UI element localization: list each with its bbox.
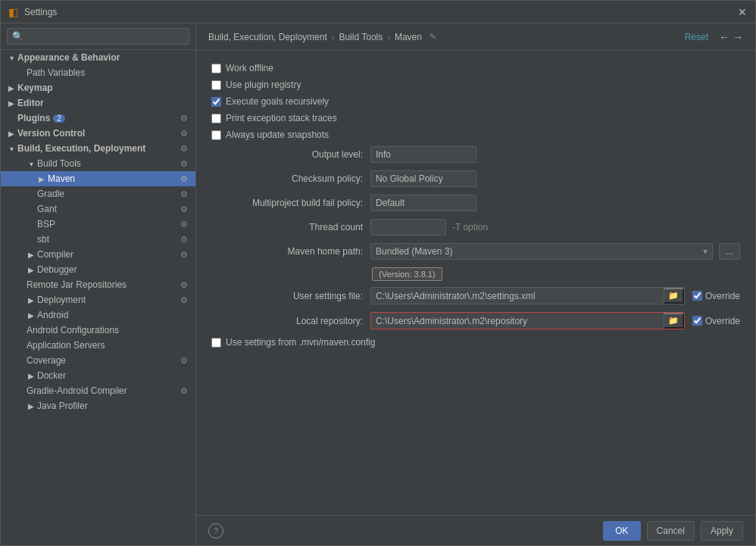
sidebar-label-appearance: Appearance & Behavior <box>17 52 120 63</box>
user-settings-override-checkbox[interactable] <box>692 291 702 301</box>
user-settings-input[interactable] <box>371 289 664 304</box>
help-button[interactable]: ? <box>208 523 223 538</box>
sidebar-item-coverage[interactable]: Coverage ⚙ <box>1 353 195 368</box>
apply-button[interactable]: Apply <box>701 521 743 541</box>
gear-icon-version-control[interactable]: ⚙ <box>179 128 189 139</box>
checksum-policy-row: Checksum policy: No Global Policy Warn F… <box>211 170 740 187</box>
sidebar-item-bsp[interactable]: BSP ⚙ <box>1 217 195 232</box>
sidebar-label-keymap: Keymap <box>17 83 53 93</box>
reset-button[interactable]: Reset <box>685 32 708 42</box>
sidebar-item-debugger[interactable]: ▶ Debugger <box>1 262 195 277</box>
expand-arrow-editor: ▶ <box>7 98 16 108</box>
gear-icon-gant[interactable]: ⚙ <box>179 204 189 214</box>
sidebar-label-plugins: Plugins <box>17 113 50 123</box>
expand-arrow-android: ▶ <box>27 310 36 320</box>
local-repo-control: 📁 Override <box>370 312 740 329</box>
gear-icon-deployment[interactable]: ⚙ <box>179 295 189 305</box>
settings-content: Work offline Use plugin registry Execute… <box>196 51 755 515</box>
close-button[interactable]: ✕ <box>737 7 748 17</box>
sidebar-item-build-exec-deploy[interactable]: ▾ Build, Execution, Deployment ⚙ <box>1 141 195 156</box>
checksum-policy-select[interactable]: No Global Policy Warn Fail <box>370 170 476 187</box>
use-plugin-registry-checkbox[interactable] <box>211 80 221 90</box>
checkbox-use-settings-mvn: Use settings from .mvn/maven.config <box>211 337 740 348</box>
sidebar-item-plugins[interactable]: Plugins 2 ⚙ <box>1 111 195 126</box>
sidebar-item-gradle[interactable]: Gradle ⚙ <box>1 186 195 201</box>
sidebar-label-build-tools: Build Tools <box>37 158 81 169</box>
gear-icon-plugins[interactable]: ⚙ <box>179 113 189 123</box>
breadcrumb-arrow2: › <box>387 33 390 42</box>
thread-count-input[interactable] <box>370 219 446 236</box>
forward-button[interactable]: → <box>733 31 743 43</box>
sidebar-item-appearance[interactable]: ▾ Appearance & Behavior <box>1 50 195 65</box>
local-repo-browse-button[interactable]: 📁 <box>664 313 684 329</box>
sidebar-item-path-variables[interactable]: Path Variables <box>1 65 195 80</box>
local-repo-override-checkbox[interactable] <box>692 316 702 326</box>
local-repo-input[interactable] <box>371 314 664 329</box>
output-level-row: Output level: Info Debug Warn Error <box>211 146 740 163</box>
back-button[interactable]: ← <box>719 31 729 43</box>
sidebar-item-version-control[interactable]: ▶ Version Control ⚙ <box>1 126 195 141</box>
output-level-select[interactable]: Info Debug Warn Error <box>370 146 476 163</box>
sidebar-item-sbt[interactable]: sbt ⚙ <box>1 232 195 247</box>
work-offline-label: Work offline <box>226 63 273 73</box>
expand-arrow-deployment: ▶ <box>27 295 36 304</box>
sidebar-label-android: Android <box>37 310 68 320</box>
sidebar-item-maven[interactable]: ▶ Maven ⚙ <box>1 171 195 186</box>
print-exception-checkbox[interactable] <box>211 114 221 123</box>
execute-goals-checkbox[interactable] <box>211 97 221 107</box>
sidebar-item-remote-jar[interactable]: Remote Jar Repositories ⚙ <box>1 277 195 292</box>
local-repo-override-label: Override <box>705 316 740 326</box>
user-settings-label: User settings file: <box>211 291 363 301</box>
sidebar-item-compiler[interactable]: ▶ Compiler ⚙ <box>1 247 195 262</box>
breadcrumb-part3: Maven <box>395 32 422 42</box>
user-settings-control: 📁 Override <box>370 287 740 304</box>
sidebar: ▾ Appearance & Behavior Path Variables ▶… <box>1 23 196 545</box>
main-content: ▾ Appearance & Behavior Path Variables ▶… <box>1 23 755 545</box>
bottom-bar: ? OK Cancel Apply <box>196 515 755 545</box>
title-bar-left: ◧ Settings <box>8 6 57 18</box>
use-plugin-registry-label: Use plugin registry <box>226 80 301 90</box>
sidebar-item-android[interactable]: ▶ Android <box>1 307 195 323</box>
user-settings-browse-button[interactable]: 📁 <box>664 288 684 304</box>
expand-arrow-java-profiler: ▶ <box>27 401 36 410</box>
search-input[interactable] <box>7 28 189 45</box>
sidebar-item-docker[interactable]: ▶ Docker <box>1 368 195 383</box>
expand-arrow-keymap: ▶ <box>7 83 16 92</box>
gear-icon-maven[interactable]: ⚙ <box>179 173 189 184</box>
gear-icon-bsp[interactable]: ⚙ <box>179 219 189 229</box>
gear-icon-remote-jar[interactable]: ⚙ <box>179 279 189 290</box>
expand-arrow-docker: ▶ <box>27 371 36 380</box>
ok-button[interactable]: OK <box>603 521 640 541</box>
always-update-checkbox[interactable] <box>211 130 221 140</box>
gear-icon-sbt[interactable]: ⚙ <box>179 234 189 245</box>
gear-icon-gradle-android[interactable]: ⚙ <box>179 385 189 396</box>
maven-home-browse-button[interactable]: ... <box>719 243 740 260</box>
gear-icon-gradle[interactable]: ⚙ <box>179 189 189 199</box>
sidebar-item-java-profiler[interactable]: ▶ Java Profiler <box>1 398 195 413</box>
user-settings-override-container: Override <box>692 291 740 301</box>
gear-icon-coverage[interactable]: ⚙ <box>179 355 189 366</box>
sidebar-label-gant: Gant <box>37 204 57 214</box>
multiproject-policy-select[interactable]: Default Fail At End Never Fail Fail Fast <box>370 195 476 211</box>
plugins-badge: 2 <box>53 114 65 123</box>
sidebar-item-gradle-android[interactable]: Gradle-Android Compiler ⚙ <box>1 383 195 398</box>
breadcrumb-part2: Build Tools <box>339 32 383 42</box>
sidebar-item-gant[interactable]: Gant ⚙ <box>1 201 195 217</box>
multiproject-policy-label: Multiproject build fail policy: <box>211 198 363 208</box>
gear-icon-build-tools[interactable]: ⚙ <box>179 158 189 169</box>
sidebar-items: ▾ Appearance & Behavior Path Variables ▶… <box>1 50 195 545</box>
work-offline-checkbox[interactable] <box>211 64 221 73</box>
sidebar-item-app-servers[interactable]: Application Servers <box>1 338 195 353</box>
sidebar-item-keymap[interactable]: ▶ Keymap <box>1 80 195 95</box>
gear-icon-compiler[interactable]: ⚙ <box>179 249 189 260</box>
sidebar-item-deployment[interactable]: ▶ Deployment ⚙ <box>1 292 195 307</box>
gear-icon-build-exec[interactable]: ⚙ <box>179 143 189 154</box>
sidebar-item-build-tools[interactable]: ▾ Build Tools ⚙ <box>1 156 195 171</box>
local-repo-label: Local repository: <box>211 316 363 326</box>
sidebar-item-editor[interactable]: ▶ Editor <box>1 95 195 111</box>
cancel-button[interactable]: Cancel <box>647 521 695 541</box>
use-settings-mvn-checkbox[interactable] <box>211 338 221 348</box>
sidebar-label-maven: Maven <box>48 173 75 184</box>
thread-count-label: Thread count <box>211 222 363 232</box>
sidebar-item-android-configs[interactable]: Android Configurations <box>1 323 195 338</box>
